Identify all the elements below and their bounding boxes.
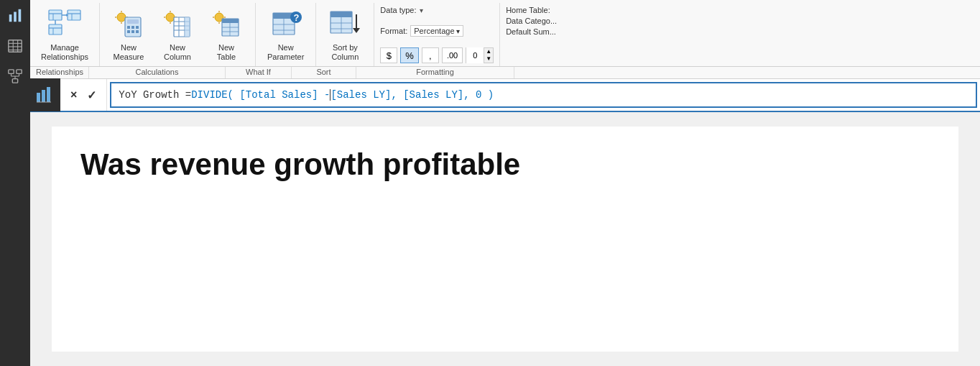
new-measure-label: NewMeasure bbox=[114, 43, 144, 62]
new-table-label: NewTable bbox=[217, 43, 236, 62]
svg-rect-35 bbox=[127, 26, 130, 29]
svg-rect-78 bbox=[42, 90, 45, 102]
formula-text-dax: DIVIDE( [Total Sales] - bbox=[191, 89, 330, 101]
manage-relationships-button[interactable]: Manage Relationships bbox=[36, 6, 93, 63]
svg-rect-9 bbox=[9, 70, 14, 74]
section-label-formatting: Formatting bbox=[356, 67, 514, 78]
data-type-label: Data type: bbox=[380, 6, 416, 14]
comma-button[interactable]: , bbox=[422, 47, 439, 63]
new-table-button[interactable]: NewTable bbox=[203, 6, 249, 63]
section-label-whatif: What If bbox=[226, 67, 292, 78]
sidebar-icon-model[interactable] bbox=[2, 63, 28, 89]
manage-relationships-label: Manage Relationships bbox=[41, 43, 88, 62]
formula-confirm-button[interactable]: ✓ bbox=[84, 88, 99, 102]
svg-rect-34 bbox=[127, 19, 139, 24]
page-title: Was revenue growth profitable bbox=[80, 148, 520, 181]
page-area: Was revenue growth profitable bbox=[30, 112, 980, 366]
section-label-calculations: Calculations bbox=[89, 67, 226, 78]
svg-rect-10 bbox=[17, 70, 22, 74]
ribbon-group-relationships: Manage Relationships bbox=[30, 3, 100, 66]
svg-rect-36 bbox=[131, 26, 134, 29]
page-content: Was revenue growth profitable bbox=[52, 127, 958, 352]
new-parameter-button[interactable]: ? NewParameter bbox=[262, 6, 310, 63]
svg-rect-0 bbox=[9, 14, 12, 22]
decimal-increase-button[interactable]: .00 bbox=[442, 47, 463, 63]
svg-rect-52 bbox=[185, 17, 190, 37]
svg-marker-76 bbox=[353, 28, 360, 33]
formula-actions: × ✓ bbox=[60, 79, 107, 111]
ribbon-section-labels: Relationships Calculations What If Sort … bbox=[30, 67, 980, 78]
new-parameter-icon: ? bbox=[269, 7, 303, 42]
new-measure-icon bbox=[111, 7, 146, 42]
format-label: Format: bbox=[380, 27, 407, 35]
format-buttons-row: $ % , .00 ▲ ▼ bbox=[380, 47, 494, 63]
svg-rect-40 bbox=[136, 30, 139, 33]
decimal-input-area: ▲ ▼ bbox=[466, 47, 494, 63]
section-label-sort: Sort bbox=[292, 67, 356, 78]
svg-rect-1 bbox=[14, 12, 17, 22]
ribbon-toolbar: Manage Relationships bbox=[30, 0, 980, 67]
format-dropdown-value: Percentage bbox=[414, 27, 454, 35]
new-column-icon bbox=[160, 7, 195, 42]
svg-rect-37 bbox=[136, 26, 139, 29]
sidebar-icon-table[interactable] bbox=[2, 33, 28, 59]
decimal-spinner-up[interactable]: ▲ bbox=[484, 48, 493, 55]
sort-by-column-label: Sort byColumn bbox=[331, 43, 359, 62]
svg-rect-71 bbox=[330, 12, 352, 17]
decimal-input[interactable] bbox=[466, 47, 484, 63]
ribbon: Manage Relationships bbox=[30, 0, 980, 79]
formula-text-dax-2: [Sales LY], [Sales LY], 0 ) bbox=[330, 89, 494, 101]
manage-relationships-icon bbox=[45, 7, 85, 42]
svg-point-28 bbox=[117, 13, 126, 22]
ribbon-group-formatting: Data type: ▾ Format: Percentage ▾ $ % , … bbox=[374, 3, 500, 66]
svg-rect-2 bbox=[19, 9, 22, 22]
new-column-label: NewColumn bbox=[164, 43, 191, 62]
svg-rect-38 bbox=[127, 30, 130, 33]
svg-rect-79 bbox=[47, 87, 50, 102]
format-dropdown[interactable]: Percentage ▾ bbox=[410, 25, 463, 37]
formula-cancel-button[interactable]: × bbox=[68, 88, 80, 101]
decimal-spinner-down[interactable]: ▼ bbox=[484, 55, 493, 63]
formula-bar: × ✓ YoY Growth = DIVIDE( [Total Sales] -… bbox=[30, 79, 980, 112]
format-dropdown-arrow: ▾ bbox=[456, 27, 460, 35]
svg-rect-59 bbox=[222, 19, 239, 23]
formula-bar-chart-icon bbox=[30, 78, 60, 111]
sort-by-column-icon bbox=[328, 7, 362, 42]
svg-point-41 bbox=[166, 13, 175, 22]
format-row: Format: Percentage ▾ bbox=[380, 25, 494, 37]
sidebar bbox=[0, 0, 30, 366]
ribbon-group-home-table: Home Table: Data Catego... Default Sum..… bbox=[500, 3, 563, 66]
ribbon-group-whatif: ? NewParameter bbox=[256, 3, 316, 66]
svg-rect-11 bbox=[12, 79, 17, 83]
sidebar-icon-report[interactable] bbox=[2, 3, 28, 29]
data-type-dropdown-arrow: ▾ bbox=[420, 6, 423, 14]
svg-rect-39 bbox=[131, 30, 134, 33]
section-label-relationships: Relationships bbox=[30, 67, 89, 78]
svg-rect-19 bbox=[68, 10, 80, 20]
svg-rect-16 bbox=[49, 10, 62, 20]
data-type-row: Data type: ▾ bbox=[380, 6, 494, 14]
new-column-button[interactable]: NewColumn bbox=[154, 6, 200, 63]
ribbon-group-calculations: NewMeasure bbox=[100, 3, 256, 66]
formula-input[interactable]: YoY Growth = DIVIDE( [Total Sales] -[Sal… bbox=[110, 82, 977, 108]
percent-button[interactable]: % bbox=[400, 47, 419, 63]
ribbon-group-sort: Sort byColumn bbox=[316, 3, 374, 66]
new-table-icon bbox=[209, 7, 244, 42]
new-measure-button[interactable]: NewMeasure bbox=[106, 6, 152, 63]
currency-button[interactable]: $ bbox=[380, 47, 397, 63]
formula-text-static: YoY Growth = bbox=[119, 89, 191, 101]
sort-by-column-button[interactable]: Sort byColumn bbox=[322, 6, 368, 63]
svg-text:?: ? bbox=[293, 12, 299, 23]
svg-rect-22 bbox=[49, 24, 62, 35]
home-table-label: Home Table: bbox=[506, 6, 557, 14]
new-parameter-label: NewParameter bbox=[267, 43, 304, 62]
data-category-label: Data Catego... bbox=[506, 17, 557, 25]
decimal-spinner: ▲ ▼ bbox=[484, 48, 493, 63]
svg-rect-77 bbox=[37, 93, 40, 102]
main-content: Manage Relationships bbox=[30, 0, 980, 366]
default-sum-label: Default Sum... bbox=[506, 27, 557, 36]
